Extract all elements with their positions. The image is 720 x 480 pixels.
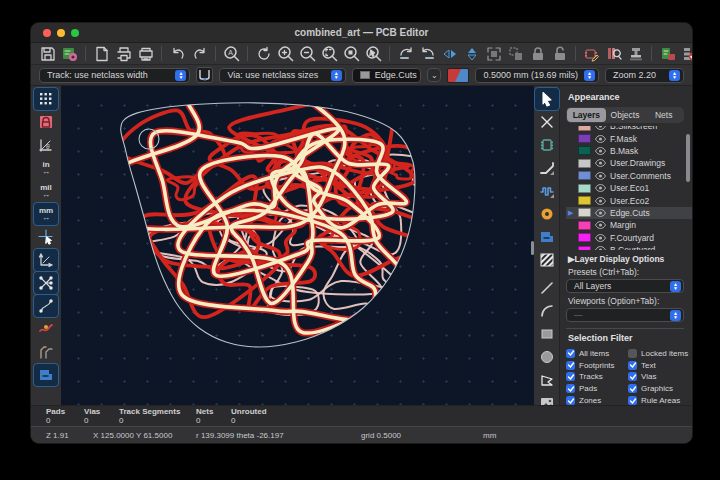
layer-visibility-eye-icon[interactable] [595,126,606,130]
via-size-dropdown[interactable]: Via: use netclass sizes ▲▼ [219,68,345,83]
layer-visibility-eye-icon[interactable] [595,234,606,242]
layer-visibility-eye-icon[interactable] [595,159,606,167]
checkbox-icon[interactable] [566,384,575,393]
drc-button[interactable] [679,44,693,63]
layer-color-swatch[interactable] [578,233,591,242]
zoom-out-button[interactable] [297,44,318,63]
library-browser-button[interactable] [603,44,624,63]
tab-layers[interactable]: Layers [567,108,606,122]
filter-vias[interactable]: Vias [628,372,692,382]
layer-press-button[interactable] [625,44,646,63]
layer-row-user-drawings[interactable]: User.Drawings [566,157,692,169]
checkbox-icon[interactable] [628,384,637,393]
select-button[interactable] [535,88,559,110]
active-layer-dropdown[interactable]: Edge.Cuts [352,68,422,83]
pcb-canvas[interactable] [61,86,534,407]
local-ratsnest-button[interactable] [535,111,559,133]
layer-color-swatch[interactable] [578,126,591,131]
track-posture-button[interactable] [196,67,213,83]
update-pcb-button[interactable] [657,44,678,63]
layer-row-edge-cuts[interactable]: ▶Edge.Cuts [566,207,692,219]
layer-color-swatch[interactable] [578,184,591,193]
layer-visibility-eye-icon[interactable] [595,221,606,229]
redo-button[interactable] [189,44,210,63]
layer-color-swatch[interactable] [578,171,591,180]
layer-visibility-eye-icon[interactable] [595,135,606,143]
sketch-zones-button[interactable] [34,364,58,386]
layer-row-f-mask[interactable]: F.Mask [566,132,692,144]
tab-nets[interactable]: Nets [644,108,683,122]
net-highlight-button[interactable] [34,318,58,340]
track-width-value-dropdown[interactable]: 0.5000 mm (19.69 mils) ▲▼ [475,68,599,83]
viewports-dropdown[interactable]: — ▲▼ [566,308,684,322]
lock-button[interactable] [527,44,548,63]
checkbox-icon[interactable] [566,361,575,370]
zoom-in-button[interactable] [275,44,296,63]
units-mil-button[interactable]: mil↔ [34,180,58,202]
close-button[interactable] [43,29,51,37]
filter-rule-areas[interactable]: Rule Areas [628,396,692,405]
tune-length-button[interactable] [535,180,559,202]
grid-button[interactable] [34,88,58,110]
curved-ratsnest-button[interactable] [34,295,58,317]
layer-visibility-eye-icon[interactable] [595,184,606,192]
checkbox-icon[interactable] [628,372,637,381]
layer-visibility-eye-icon[interactable] [595,209,606,217]
arc-tool-button[interactable] [535,300,559,322]
flip-vertical-button[interactable] [461,44,482,63]
layer-row-user-eco1[interactable]: User.Eco1 [566,182,692,194]
add-via-button[interactable] [535,203,559,225]
layer-list-scrollbar[interactable] [686,134,690,182]
rotate-ccw-button[interactable] [395,44,416,63]
filter-footprints[interactable]: Footprints [566,360,628,370]
layer-color-swatch[interactable] [578,196,591,205]
layer-display-options[interactable]: ▶Layer Display Options [568,254,692,264]
layer-row-margin[interactable]: Margin [566,219,692,231]
layer-row-user-eco2[interactable]: User.Eco2 [566,194,692,206]
group-button[interactable] [483,44,504,63]
layer-color-swatch[interactable] [578,208,591,217]
rotate-cw-button[interactable] [417,44,438,63]
cursor-shape-button[interactable] [34,226,58,248]
filter-locked-items[interactable]: Locked items [628,348,692,358]
polygon-tool-button[interactable] [535,369,559,391]
layer-color-swatch[interactable] [578,159,591,168]
zoom-objects-button[interactable] [341,44,362,63]
layer-row-user-comments[interactable]: User.Comments [566,170,692,182]
find-button[interactable]: A [221,44,242,63]
plot-button[interactable] [135,44,156,63]
layer-visibility-eye-icon[interactable] [595,246,606,250]
layer-color-swatch[interactable] [578,246,591,250]
checkbox-icon[interactable] [628,349,637,358]
add-zone-button[interactable] [535,226,559,248]
filter-text[interactable]: Text [628,360,692,370]
filter-graphics[interactable]: Graphics [628,384,692,394]
sketch-tracks-button[interactable] [34,341,58,363]
filter-zones[interactable]: Zones [566,396,628,405]
rule-area-button[interactable] [535,249,559,271]
titlebar[interactable]: combined_art — PCB Editor [31,23,692,43]
units-in-button[interactable]: in↔ [34,157,58,179]
layer-color-swatch[interactable] [578,134,591,143]
save-button[interactable] [37,44,58,63]
line-tool-button[interactable] [535,277,559,299]
zoom-dropdown[interactable]: Zoom 2.20 ▲▼ [605,68,684,83]
layer-row-f-courtyard[interactable]: F.Courtyard [566,232,692,244]
canvas-scrollbar[interactable] [531,241,534,255]
layer-visibility-eye-icon[interactable] [595,172,606,180]
board-setup-button[interactable] [59,44,80,63]
checkbox-icon[interactable] [566,372,575,381]
layer-row-b-mask[interactable]: B.Mask [566,145,692,157]
ratsnest-button[interactable] [34,272,58,294]
layer-visibility-eye-icon[interactable] [595,197,606,205]
checkbox-icon[interactable] [628,361,637,370]
flip-horizontal-button[interactable] [439,44,460,63]
layer-visibility-eye-icon[interactable] [595,147,606,155]
unlock-button[interactable] [549,44,570,63]
rect-tool-button[interactable] [535,323,559,345]
filter-tracks[interactable]: Tracks [566,372,628,382]
filter-pads[interactable]: Pads [566,384,628,394]
layer-row-b-courtyard[interactable]: B.Courtyard [566,244,692,250]
zoom-fit-button[interactable] [319,44,340,63]
page-settings-button[interactable] [91,44,112,63]
